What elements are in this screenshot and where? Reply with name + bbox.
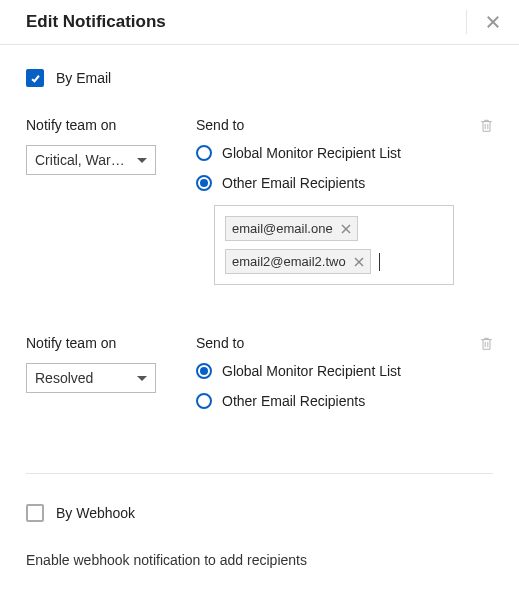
notify-block-2: Notify team on Resolved Send to Global M… [26,335,493,423]
radio-global-1[interactable]: Global Monitor Recipient List [196,145,493,161]
notify-team-label-1: Notify team on [26,117,156,133]
radio-other-label-1: Other Email Recipients [222,175,365,191]
delete-block-1-button[interactable] [480,119,493,136]
radio-global-input-1[interactable] [196,145,212,161]
x-icon [354,257,364,267]
by-webhook-checkbox[interactable] [26,504,44,522]
by-email-label: By Email [56,70,111,86]
radio-global-label-2: Global Monitor Recipient List [222,363,401,379]
dialog-title: Edit Notifications [26,12,166,32]
email-recipients-input[interactable]: email@email.one email2@email2.two [214,205,454,285]
notify-team-label-2: Notify team on [26,335,156,351]
close-icon [484,13,502,31]
text-cursor [379,253,380,271]
trash-icon [480,119,493,133]
by-webhook-label: By Webhook [56,505,135,521]
notify-team-select-2[interactable]: Resolved [26,363,156,393]
chevron-down-icon [137,376,147,381]
radio-global-label-1: Global Monitor Recipient List [222,145,401,161]
radio-other-2[interactable]: Other Email Recipients [196,393,493,409]
select-value-2: Resolved [35,370,93,386]
delete-block-2-button[interactable] [480,337,493,354]
radio-other-input-2[interactable] [196,393,212,409]
by-email-checkbox[interactable] [26,69,44,87]
radio-other-label-2: Other Email Recipients [222,393,365,409]
by-webhook-row: By Webhook [26,504,493,522]
x-icon [341,224,351,234]
webhook-section: By Webhook Enable webhook notification t… [26,504,493,568]
section-divider [26,473,493,474]
webhook-helper-text: Enable webhook notification to add recip… [26,552,493,568]
remove-email-2-button[interactable] [354,257,364,267]
send-to-label-1: Send to [196,117,493,133]
email-tag: email2@email2.two [225,249,371,274]
trash-icon [480,337,493,351]
send-to-label-2: Send to [196,335,493,351]
notify-column-2: Notify team on Resolved [26,335,156,393]
sendto-column-1: Send to Global Monitor Recipient List Ot… [196,117,493,285]
dialog-content: By Email Notify team on Critical, Warn… … [0,45,519,580]
email-tag-text: email@email.one [232,221,333,236]
notify-column-1: Notify team on Critical, Warn… [26,117,156,175]
notify-block-1: Notify team on Critical, Warn… Send to G… [26,117,493,285]
close-button[interactable] [466,10,505,34]
check-icon [30,73,41,84]
remove-email-1-button[interactable] [341,224,351,234]
chevron-down-icon [137,158,147,163]
select-value-1: Critical, Warn… [35,152,131,168]
radio-other-input-1[interactable] [196,175,212,191]
radio-global-2[interactable]: Global Monitor Recipient List [196,363,493,379]
by-email-row: By Email [26,69,493,87]
sendto-column-2: Send to Global Monitor Recipient List Ot… [196,335,493,423]
email-tag-text: email2@email2.two [232,254,346,269]
dialog-header: Edit Notifications [0,0,519,45]
radio-other-1[interactable]: Other Email Recipients [196,175,493,191]
email-tag: email@email.one [225,216,358,241]
radio-global-input-2[interactable] [196,363,212,379]
notify-team-select-1[interactable]: Critical, Warn… [26,145,156,175]
